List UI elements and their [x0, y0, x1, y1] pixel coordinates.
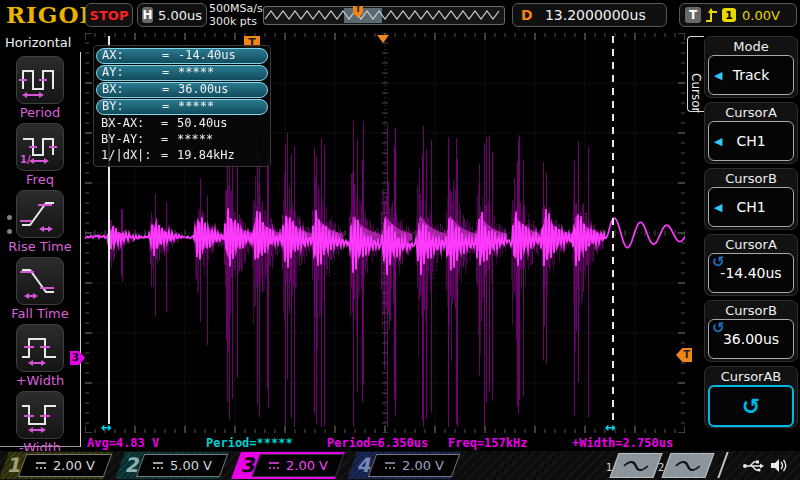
svg-text:1/: 1/: [20, 154, 31, 165]
cursor-info-label: 1/|dX|:: [101, 148, 161, 164]
sine-wave-icon: [619, 458, 653, 474]
top-status-bar: RIGOL STOP H 5.00us 500MSa/s 300k pts T …: [0, 0, 800, 30]
rise-time-icon: [18, 192, 62, 236]
trigger-position-icon: [377, 35, 389, 43]
cursor-info-value: 19.84kHz: [177, 148, 263, 164]
source-2-button[interactable]: [661, 453, 714, 478]
cursor-info-value: -14.40us: [178, 49, 262, 63]
knob-icon: ↺: [742, 394, 760, 419]
cursor-info-eq: =: [162, 49, 178, 63]
horizontal-position-bar[interactable]: T: [263, 6, 505, 25]
menu-item-value: -14.40us: [720, 265, 781, 281]
run-state-button[interactable]: STOP: [85, 3, 133, 27]
cursor-info-row: BX: = 36.00us: [96, 82, 268, 98]
channel-4-scale: 2.00 V: [402, 458, 444, 473]
h-badge: H: [142, 7, 153, 23]
menu-item-cursor-a-position[interactable]: CursorA ↺ -14.40us: [704, 234, 798, 296]
left-triangle-icon: ◀: [714, 201, 722, 214]
cursor-info-value: *****: [178, 66, 262, 80]
delay-badge: D: [521, 7, 533, 23]
cursor-info-row: BY-AY: = *****: [96, 132, 268, 148]
menu-item-label: CursorA: [708, 104, 794, 121]
cursor-b-line[interactable]: [612, 36, 614, 424]
cursor-info-row: AX: = -14.40us: [96, 48, 268, 64]
freq-button[interactable]: 1/: [16, 123, 64, 171]
menu-item-value-box[interactable]: ◀ CH1: [708, 121, 794, 161]
pwidth-label: +Width: [0, 373, 80, 388]
cursor-info-eq: =: [162, 83, 178, 97]
rigol-logo: RIGOL: [6, 1, 97, 28]
nwidth-button[interactable]: [16, 391, 64, 439]
measure-item-nwidth[interactable]: -Width: [0, 391, 80, 455]
cursor-info-row: BY: = *****: [96, 99, 268, 115]
menu-item-value-box[interactable]: ↺: [708, 385, 794, 427]
channel-1-scale: 2.00 V: [53, 458, 95, 473]
cursor-info-eq: =: [161, 116, 177, 132]
rising-edge-icon: [705, 7, 718, 23]
memory-depth: 300k pts: [209, 15, 263, 28]
period-button[interactable]: [16, 56, 64, 104]
freq-icon: 1/: [18, 125, 62, 169]
waveform-overview-icon: [264, 7, 504, 24]
channel-4-indicator[interactable]: 4 2.00 V: [348, 452, 460, 479]
dc-coupling-icon: [268, 461, 280, 470]
menu-item-value-box[interactable]: ↺ -14.40us: [708, 253, 794, 293]
cursor-menu-panel: Cursor Mode ◀ Track CursorA ◀ CH1 Cursor…: [685, 30, 800, 451]
measure-item-rise-time[interactable]: Rise Time: [0, 190, 80, 254]
cursor-info-value: 50.40us: [177, 116, 263, 132]
menu-item-value: CH1: [736, 133, 765, 149]
measure-menu-title: Horizontal: [5, 35, 71, 50]
channel-1-scale-box: 2.00 V: [18, 454, 112, 477]
channel-3-scale-box: 2.00 V: [252, 454, 344, 477]
trigger-badge: T: [685, 7, 701, 23]
horizontal-scale-box[interactable]: H 5.00us: [137, 3, 207, 27]
measure-item-fall-time[interactable]: Fall Time: [0, 257, 80, 321]
cursor-info-value: *****: [178, 100, 262, 114]
measurement-period1: Period=*****: [206, 436, 293, 450]
dc-coupling-icon: [384, 461, 396, 470]
menu-item-value-box[interactable]: ◀ Track: [708, 55, 794, 95]
rise-time-button[interactable]: [16, 190, 64, 238]
menu-item-value-box[interactable]: ◀ CH1: [708, 187, 794, 227]
cursor-info-row: AY: = *****: [96, 65, 268, 81]
cursor-a-handle-icon[interactable]: ↔: [101, 421, 112, 434]
menu-item-mode[interactable]: Mode ◀ Track: [704, 36, 798, 98]
cursor-info-label: AX:: [102, 49, 162, 63]
menu-item-label: CursorB: [708, 170, 794, 187]
cursor-info-row: BX-AX: = 50.40us: [96, 116, 268, 132]
menu-item-value-box[interactable]: ↺ 36.00us: [708, 319, 794, 359]
menu-item-cursor-b-source[interactable]: CursorB ◀ CH1: [704, 168, 798, 230]
acquisition-info: 500MSa/s 300k pts: [209, 2, 263, 28]
pwidth-button[interactable]: [16, 324, 64, 372]
measure-item-pwidth[interactable]: +Width: [0, 324, 80, 388]
dc-coupling-icon: [152, 461, 164, 470]
fall-time-button[interactable]: [16, 257, 64, 305]
freq-label: Freq: [0, 172, 80, 187]
measure-item-freq[interactable]: 1/ Freq: [0, 123, 80, 187]
measurement-avg: Avg=4.83 V: [87, 436, 159, 450]
channel-4-scale-box: 2.00 V: [368, 454, 460, 477]
channel-2-indicator[interactable]: 2 5.00 V: [116, 452, 228, 479]
menu-item-label: CursorA: [708, 236, 794, 253]
measure-item-period[interactable]: Period: [0, 56, 80, 120]
menu-item-label: CursorB: [708, 302, 794, 319]
cursor-info-eq: =: [161, 148, 177, 164]
sine-wave-icon: [671, 458, 705, 474]
period-icon: [18, 58, 62, 102]
menu-item-cursor-ab[interactable]: CursorAB ↺: [704, 366, 798, 428]
measurement-freq: Freq=157kHz: [448, 436, 527, 450]
source-1-button[interactable]: [609, 453, 662, 478]
trigger-status-box[interactable]: T 1 0.00V: [679, 3, 797, 27]
pwidth-icon: [18, 326, 62, 370]
cursor-b-handle-icon[interactable]: ↔: [605, 421, 616, 434]
menu-item-cursor-b-position[interactable]: CursorB ↺ 36.00us: [704, 300, 798, 362]
nwidth-icon: [18, 393, 62, 437]
channel-3-indicator[interactable]: 3 2.00 V: [232, 452, 344, 479]
delay-readout-box[interactable]: D 13.2000000us: [512, 3, 667, 27]
cursor-info-label: BY-AY:: [101, 132, 161, 148]
channel-status-bar: 1 2.00 V 2 5.00 V: [0, 451, 800, 480]
menu-item-cursor-a-source[interactable]: CursorA ◀ CH1: [704, 102, 798, 164]
channel-1-indicator[interactable]: 1 2.00 V: [0, 452, 112, 479]
menu-item-value: Track: [733, 67, 770, 83]
menu-item-value: 36.00us: [723, 331, 779, 347]
